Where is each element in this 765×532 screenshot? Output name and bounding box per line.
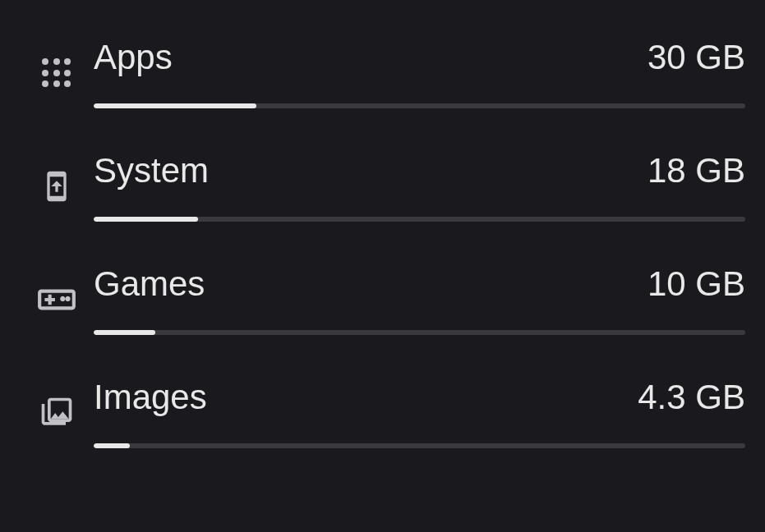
storage-item-label: System (94, 151, 209, 190)
apps-icon (20, 58, 94, 88)
system-icon (20, 170, 94, 203)
storage-item-system[interactable]: System 18 GB (20, 130, 745, 243)
storage-item-label: Images (94, 378, 207, 417)
progress-bar (94, 330, 745, 335)
storage-item-label: Apps (94, 38, 173, 77)
progress-bar (94, 217, 745, 222)
games-icon (20, 279, 94, 320)
progress-fill (94, 330, 155, 335)
storage-item-images[interactable]: Images 4.3 GB (20, 356, 745, 470)
storage-item-label: Games (94, 264, 205, 304)
images-icon (20, 395, 94, 431)
progress-fill (94, 217, 198, 222)
storage-item-size: 4.3 GB (638, 378, 745, 417)
progress-fill (94, 103, 256, 108)
storage-item-size: 18 GB (647, 151, 745, 190)
progress-bar (94, 103, 745, 108)
storage-item-size: 30 GB (647, 38, 745, 77)
progress-bar (94, 443, 745, 448)
storage-item-apps[interactable]: Apps 30 GB (20, 16, 745, 130)
storage-item-games[interactable]: Games 10 GB (20, 243, 745, 356)
storage-list: Apps 30 GB System 18 GB (0, 0, 765, 486)
storage-item-size: 10 GB (647, 264, 745, 304)
progress-fill (94, 443, 130, 448)
